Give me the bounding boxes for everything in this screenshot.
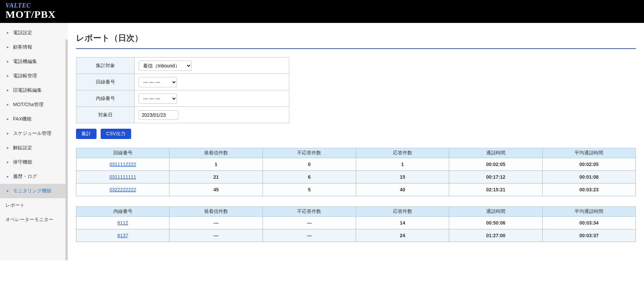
table-cell: 02:15:21 xyxy=(449,183,542,196)
sidebar-item-label: 電話設定 xyxy=(13,30,32,35)
line-number-link[interactable]: 0322222222 xyxy=(110,187,136,192)
sidebar-item-phone-settings[interactable]: 電話設定 xyxy=(0,26,68,40)
table-cell: 6 xyxy=(263,171,356,183)
sidebar-sub-operator-monitor[interactable]: オペレーターモニター xyxy=(0,213,68,227)
ext-th-answer: 応答件数 xyxy=(356,207,449,217)
table-row: 031111222210100:02:0500:02:05 xyxy=(76,158,636,171)
table-cell: 0 xyxy=(263,158,356,171)
ext-th-talk: 通話時間 xyxy=(449,207,542,217)
sidebar-item-label: スケジュール管理 xyxy=(13,130,51,136)
filter-date-label: 対象日 xyxy=(76,107,135,123)
sidebar-item-monitoring[interactable]: モニタリング機能 xyxy=(0,184,68,198)
brand-motpbx: MOT/PBX xyxy=(5,9,639,20)
table-cell: 00:02:05 xyxy=(542,158,635,171)
ext-th-calls: 発着信件数 xyxy=(169,207,263,217)
sidebar-item-schedule[interactable]: スケジュール管理 xyxy=(0,126,68,141)
filter-target-label: 集計対象 xyxy=(76,58,135,74)
sidebar-item-old-phonebook-edit[interactable]: 旧電話帳編集 xyxy=(0,83,68,98)
ext-number-cell: 6112 xyxy=(76,217,169,229)
sidebar-item-maintenance[interactable]: 保守機能 xyxy=(0,155,68,169)
ext-th-avg: 平均通話時間 xyxy=(542,207,635,217)
filter-ext-select[interactable]: --- --- --- xyxy=(139,93,177,104)
sidebar-scrollbar[interactable] xyxy=(65,39,68,260)
brand-valtec: VALTEC xyxy=(5,2,639,9)
app-header: VALTEC MOT/PBX xyxy=(0,0,644,23)
table-cell: 40 xyxy=(356,183,449,196)
sidebar-item-label: 顧客情報 xyxy=(13,44,32,50)
ext-number-cell: 6137 xyxy=(76,229,169,242)
line-th-number: 回線番号 xyxy=(76,148,169,158)
ext-number-link[interactable]: 6112 xyxy=(117,220,128,226)
filter-target-select[interactable]: 着信（Inbound） xyxy=(139,61,192,71)
sidebar-item-label: 電話機編集 xyxy=(13,59,37,64)
table-cell: 00:03:37 xyxy=(542,229,635,242)
ext-table: 内線番号 発着信件数 不応答件数 応答件数 通話時間 平均通話時間 6112--… xyxy=(76,206,636,242)
sidebar-item-label: モニタリング機能 xyxy=(13,188,51,193)
sidebar-item-label: FAX機能 xyxy=(13,116,31,122)
sidebar-sub-label: レポート xyxy=(5,202,25,208)
table-row: 03222222224554002:15:2100:03:23 xyxy=(76,183,636,196)
filter-line-select[interactable]: --- --- --- xyxy=(139,77,177,87)
table-cell: 00:02:05 xyxy=(449,158,542,171)
table-cell: 45 xyxy=(169,183,263,196)
table-cell: 24 xyxy=(356,229,449,242)
table-row: 6112------1400:50:0600:03:34 xyxy=(76,217,636,229)
line-number-cell: 0322222222 xyxy=(76,183,169,196)
line-th-calls: 発着信件数 xyxy=(169,148,263,158)
line-th-answer: 応答件数 xyxy=(356,148,449,158)
sidebar-item-phonebook-mgmt[interactable]: 電話帳管理 xyxy=(0,69,68,83)
line-th-noanswer: 不応答件数 xyxy=(263,148,356,158)
table-cell: 00:03:23 xyxy=(542,183,635,196)
line-number-link[interactable]: 0311111111 xyxy=(110,174,136,180)
table-cell: --- xyxy=(263,229,356,242)
ext-number-link[interactable]: 6137 xyxy=(117,233,128,238)
sidebar-item-motcha-mgmt[interactable]: MOT/Cha管理 xyxy=(0,98,68,112)
sidebar-item-label: 解錠設定 xyxy=(13,145,32,150)
sidebar-item-unlock-settings[interactable]: 解錠設定 xyxy=(0,141,68,155)
table-cell: 1 xyxy=(169,158,263,171)
table-cell: 15 xyxy=(356,171,449,183)
sidebar-item-label: 保守機能 xyxy=(13,159,32,165)
sidebar-item-fax[interactable]: FAX機能 xyxy=(0,112,68,126)
sidebar-item-label: 電話帳管理 xyxy=(13,73,37,78)
sidebar-item-label: 履歴・ログ xyxy=(13,174,37,179)
line-th-avg: 平均通話時間 xyxy=(542,148,635,158)
filter-date-input[interactable] xyxy=(139,110,178,120)
sidebar-item-phone-edit[interactable]: 電話機編集 xyxy=(0,54,68,69)
filter-ext-label: 内線番号 xyxy=(76,90,135,107)
aggregate-button[interactable]: 集計 xyxy=(76,129,97,139)
table-cell: 00:01:08 xyxy=(542,171,635,183)
table-cell: 21 xyxy=(169,171,263,183)
table-cell: --- xyxy=(169,217,263,229)
table-row: 6137------2401:27:0000:03:37 xyxy=(76,229,636,242)
table-cell: 00:50:06 xyxy=(449,217,542,229)
sidebar-item-history-log[interactable]: 履歴・ログ xyxy=(0,169,68,184)
button-row: 集計 CSV出力 xyxy=(76,129,636,139)
sidebar: 電話設定 顧客情報 電話機編集 電話帳管理 旧電話帳編集 MOT/Cha管理 F… xyxy=(0,23,68,260)
ext-th-noanswer: 不応答件数 xyxy=(263,207,356,217)
title-rule xyxy=(76,48,636,49)
table-cell: 01:27:00 xyxy=(449,229,542,242)
line-th-talk: 通話時間 xyxy=(449,148,542,158)
csv-export-button[interactable]: CSV出力 xyxy=(101,129,131,139)
sidebar-item-label: MOT/Cha管理 xyxy=(13,102,43,107)
sidebar-sub-report[interactable]: レポート xyxy=(0,198,68,213)
table-cell: 1 xyxy=(356,158,449,171)
line-table: 回線番号 発着信件数 不応答件数 応答件数 通話時間 平均通話時間 031111… xyxy=(76,148,636,196)
filter-table: 集計対象 着信（Inbound） 回線番号 --- --- --- 内線番号 xyxy=(76,57,289,123)
sidebar-item-label: 旧電話帳編集 xyxy=(13,87,42,93)
filter-line-label: 回線番号 xyxy=(76,74,135,90)
line-number-link[interactable]: 0311112222 xyxy=(110,162,136,167)
table-row: 03111111112161500:17:1200:01:08 xyxy=(76,171,636,183)
line-number-cell: 0311112222 xyxy=(76,158,169,171)
main-content: レポート（日次） 集計対象 着信（Inbound） 回線番号 --- --- -… xyxy=(68,23,644,260)
table-cell: --- xyxy=(263,217,356,229)
table-cell: 00:03:34 xyxy=(542,217,635,229)
table-cell: 5 xyxy=(263,183,356,196)
line-number-cell: 0311111111 xyxy=(76,171,169,183)
table-cell: 00:17:12 xyxy=(449,171,542,183)
sidebar-sub-label: オペレーターモニター xyxy=(5,217,53,222)
sidebar-item-customer-info[interactable]: 顧客情報 xyxy=(0,40,68,54)
ext-th-number: 内線番号 xyxy=(76,207,169,217)
table-cell: 14 xyxy=(356,217,449,229)
